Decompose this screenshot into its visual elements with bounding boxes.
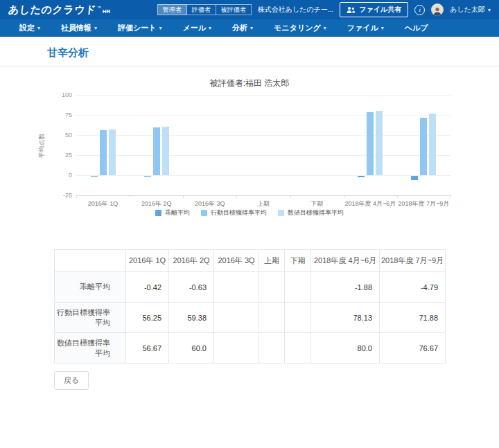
legend-label: 乖離平均 <box>165 208 190 217</box>
table-cell <box>214 303 259 333</box>
table-cell: 80.0 <box>311 333 380 364</box>
column-header <box>55 250 126 272</box>
column-header: 2018年度 7月~9月 <box>380 250 446 272</box>
y-axis-tick: -25 <box>49 192 72 199</box>
gridline <box>76 175 450 176</box>
chevron-down-icon: ▾ <box>324 25 326 31</box>
chart-legend: 乖離平均行動目標獲得率平均数値目標獲得率平均 <box>0 208 499 217</box>
person-icon <box>432 6 442 16</box>
bar-行動目標獲得率平均 <box>367 112 374 175</box>
chevron-down-icon: ▾ <box>159 25 162 31</box>
legend-label: 行動目標獲得率平均 <box>211 208 267 217</box>
table-row: 数値目標獲得率平均56.6760.080.076.67 <box>55 333 446 364</box>
column-header: 下期 <box>285 250 311 272</box>
table-cell: -1.88 <box>311 272 380 303</box>
table-cell: 59.38 <box>169 303 214 333</box>
y-axis-tick: 25 <box>49 152 72 159</box>
table-row: 行動目標獲得率平均56.2559.3878.1371.88 <box>55 303 446 333</box>
role-switcher: 管理者評価者被評価者 <box>157 4 252 16</box>
logo-suffix: HR <box>103 8 111 15</box>
column-header: 上期 <box>259 250 285 272</box>
x-axis-tickmark <box>450 195 451 198</box>
top-header: あしたのクラウド ™ HR 管理者評価者被評価者 株式会社あしたのチー... フ… <box>0 0 499 19</box>
table-cell: 56.67 <box>126 333 169 364</box>
table-header-row: 2016年 1Q2016年 2Q2016年 3Q上期下期2018年度 4月~6月… <box>55 250 446 272</box>
table-cell <box>259 272 285 303</box>
app-logo[interactable]: あしたのクラウド ™ HR <box>8 3 110 17</box>
y-axis-tick: 50 <box>49 132 72 138</box>
table-row: 乖離平均-0.42-0.63-1.88-4.79 <box>55 272 446 303</box>
role-tab[interactable]: 管理者 <box>157 4 187 16</box>
nav-item-label: 社員情報 <box>61 23 91 33</box>
role-tab[interactable]: 評価者 <box>187 4 216 16</box>
info-icon[interactable]: i <box>414 5 425 15</box>
user-name: あした太郎 <box>450 5 485 15</box>
table-cell: 78.13 <box>311 303 380 333</box>
nav-item[interactable]: 社員情報▾ <box>61 23 97 33</box>
y-axis-label: 平均点数 <box>37 133 46 158</box>
bar-行動目標獲得率平均 <box>100 130 107 175</box>
bar-数値目標獲得率平均 <box>109 129 116 175</box>
table-cell: 60.0 <box>169 333 214 364</box>
table-cell: 71.88 <box>380 303 446 333</box>
x-axis-tickmark <box>236 195 237 198</box>
bar-乖離平均 <box>358 176 365 177</box>
nav-item[interactable]: ヘルプ <box>405 23 428 33</box>
nav-item-label: モニタリング <box>274 23 321 33</box>
x-axis-label: 上期 <box>236 199 290 208</box>
row-label: 行動目標獲得率平均 <box>55 303 126 333</box>
table-cell: -0.63 <box>169 272 214 303</box>
gridline <box>76 95 450 96</box>
nav-item[interactable]: モニタリング▾ <box>274 23 326 33</box>
nav-item-label: ヘルプ <box>405 23 428 33</box>
role-tab[interactable]: 被評価者 <box>216 4 252 16</box>
x-axis-tickmark <box>76 195 77 198</box>
gridline <box>76 135 450 136</box>
chevron-down-icon: ▾ <box>94 25 97 31</box>
bar-chart: 1007550250-25平均点数2016年 1Q2016年 2Q2016年 3… <box>0 90 499 208</box>
bar-数値目標獲得率平均 <box>376 111 383 175</box>
x-axis-label: 下期 <box>290 199 344 208</box>
x-axis-tickmark <box>397 195 398 198</box>
back-button[interactable]: 戻る <box>54 371 89 390</box>
nav-item[interactable]: 評価シート▾ <box>118 23 162 33</box>
x-axis-label: 2018年度 4月~6月 <box>344 199 397 208</box>
table-cell <box>259 303 285 333</box>
row-label: 数値目標獲得率平均 <box>55 333 126 364</box>
logo-trademark: ™ <box>97 6 101 10</box>
bar-乖離平均 <box>91 176 98 177</box>
x-axis-label: 2016年 1Q <box>76 199 130 208</box>
nav-item[interactable]: ファイル▾ <box>347 23 384 33</box>
main-navigation: 設定▾社員情報▾評価シート▾メール▾分析▾モニタリング▾ファイル▾ヘルプ <box>0 19 499 37</box>
bar-数値目標獲得率平均 <box>429 114 436 175</box>
legend-label: 数値目標獲得率平均 <box>288 208 344 217</box>
nav-item[interactable]: メール▾ <box>183 23 212 33</box>
nav-item-label: 評価シート <box>118 23 157 33</box>
bar-数値目標獲得率平均 <box>162 127 169 175</box>
avatar[interactable] <box>431 3 444 16</box>
nav-item-label: 設定 <box>19 23 35 33</box>
file-share-button[interactable]: ファイル共有 <box>340 2 408 17</box>
user-menu[interactable]: あした太郎 ▾ <box>450 5 491 15</box>
legend-swatch-icon <box>278 210 284 216</box>
share-icon <box>347 6 356 14</box>
bar-行動目標獲得率平均 <box>420 118 427 175</box>
nav-item[interactable]: 分析▾ <box>232 23 253 33</box>
table-cell <box>285 333 311 364</box>
nav-item-label: メール <box>183 23 207 33</box>
table-cell <box>285 303 311 333</box>
nav-item-label: ファイル <box>347 23 378 33</box>
bar-行動目標獲得率平均 <box>153 127 160 175</box>
y-axis-tick: 0 <box>49 172 72 179</box>
chevron-down-icon: ▾ <box>381 25 384 31</box>
x-axis-tickmark <box>183 195 184 198</box>
table-cell: -0.42 <box>126 272 169 303</box>
results-table: 2016年 1Q2016年 2Q2016年 3Q上期下期2018年度 4月~6月… <box>54 249 446 364</box>
table-cell <box>214 333 259 364</box>
x-axis-tickmark <box>130 195 130 198</box>
legend-item: 数値目標獲得率平均 <box>278 208 344 217</box>
nav-item[interactable]: 設定▾ <box>19 23 40 33</box>
page-title: 甘辛分析 <box>47 46 89 60</box>
table-cell: 76.67 <box>380 333 446 364</box>
column-header: 2016年 1Q <box>126 250 169 272</box>
